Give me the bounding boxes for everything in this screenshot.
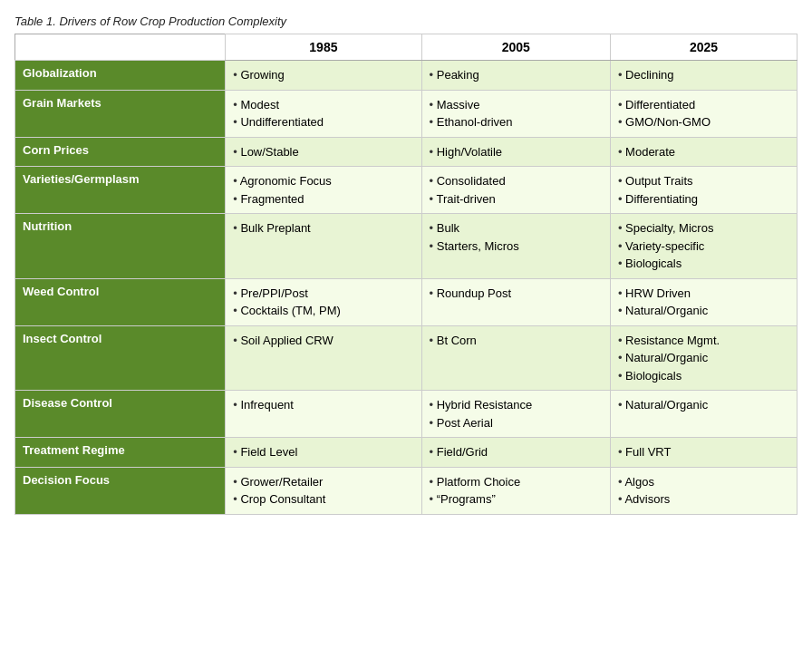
table-row: NutritionBulk PreplantBulkStarters, Micr…: [15, 214, 798, 279]
data-cell: Pre/PPI/PostCocktails (TM, PM): [226, 278, 421, 325]
list-item: Post Aerial: [430, 414, 603, 432]
list-item: Output Traits: [618, 172, 789, 190]
list-item: Ethanol-driven: [430, 113, 603, 131]
list-item: Biologicals: [618, 255, 789, 273]
data-cell: Field/Grid: [421, 438, 610, 468]
data-cell: ModestUndifferentiated: [226, 90, 421, 137]
list-item: Specialty, Micros: [618, 219, 789, 237]
list-item: Agronomic Focus: [233, 172, 413, 190]
row-header-globalization: Globalization: [15, 61, 226, 91]
table-row: GlobalizationGrowingPeakingDeclining: [15, 61, 798, 91]
list-item: Resistance Mgmt.: [618, 332, 789, 350]
list-item: Platform Choice: [430, 473, 603, 491]
data-cell: Bt Corn: [421, 325, 610, 391]
data-cell: Peaking: [421, 61, 610, 91]
list-item: High/Volatile: [430, 143, 603, 161]
list-item: Roundup Post: [430, 285, 603, 303]
col-header-2025: 2025: [610, 34, 797, 61]
list-item: Trait-driven: [430, 190, 603, 208]
list-item: Advisors: [618, 490, 789, 509]
data-cell: Roundup Post: [421, 278, 610, 325]
list-item: Consolidated: [430, 172, 603, 190]
col-header-1985: 1985: [226, 34, 421, 61]
row-header-grain-markets: Grain Markets: [15, 90, 226, 137]
data-cell: AlgosAdvisors: [610, 467, 797, 514]
data-cell: Platform Choice“Programs”: [421, 467, 610, 514]
list-item: Natural/Organic: [618, 396, 789, 414]
data-cell: Field Level: [226, 438, 421, 468]
row-header-weed-control: Weed Control: [15, 278, 226, 325]
list-item: Fragmented: [233, 190, 413, 208]
data-cell: Natural/Organic: [610, 391, 797, 438]
list-item: Full VRT: [618, 443, 789, 461]
list-item: Infrequent: [233, 396, 413, 414]
list-item: Differentiating: [618, 190, 789, 208]
data-cell: Hybrid ResistancePost Aerial: [421, 391, 610, 438]
list-item: Bt Corn: [430, 332, 603, 350]
data-cell: MassiveEthanol-driven: [421, 90, 610, 137]
data-cell: Infrequent: [226, 391, 421, 438]
table-row: Insect ControlSoil Applied CRWBt CornRes…: [15, 325, 798, 391]
data-cell: Bulk Preplant: [226, 214, 421, 279]
row-header-insect-control: Insect Control: [15, 325, 226, 391]
list-item: Natural/Organic: [618, 349, 789, 367]
list-item: Low/Stable: [233, 143, 413, 161]
list-item: Pre/PPI/Post: [233, 285, 413, 303]
list-item: Differentiated: [618, 96, 789, 114]
table-row: Treatment RegimeField LevelField/GridFul…: [15, 438, 798, 468]
table-title: Table 1. Drivers of Row Crop Production …: [14, 15, 798, 28]
data-cell: Grower/RetailerCrop Consultant: [226, 467, 421, 514]
row-header-disease-control: Disease Control: [15, 391, 226, 438]
list-item: “Programs”: [430, 490, 603, 509]
list-item: Growing: [233, 66, 413, 84]
data-cell: Soil Applied CRW: [226, 325, 421, 391]
list-item: Soil Applied CRW: [233, 332, 413, 350]
list-item: Starters, Micros: [430, 237, 603, 256]
data-cell: BulkStarters, Micros: [421, 214, 610, 279]
list-item: Field Level: [233, 443, 413, 461]
list-item: Grower/Retailer: [233, 473, 413, 491]
table-row: Disease ControlInfrequentHybrid Resistan…: [15, 391, 798, 438]
data-cell: Declining: [610, 61, 797, 91]
list-item: Bulk Preplant: [233, 219, 413, 237]
data-cell: Growing: [226, 61, 421, 91]
table-row: Corn PricesLow/StableHigh/VolatileModera…: [15, 137, 798, 167]
data-cell: Full VRT: [610, 438, 797, 468]
list-item: Crop Consultant: [233, 490, 413, 509]
table-row: Decision FocusGrower/RetailerCrop Consul…: [15, 467, 798, 514]
list-item: Modest: [233, 96, 413, 114]
row-header-corn-prices: Corn Prices: [15, 137, 226, 167]
list-item: Declining: [618, 66, 789, 84]
list-item: Algos: [618, 473, 789, 491]
data-cell: Moderate: [610, 137, 797, 167]
table-row: Weed ControlPre/PPI/PostCocktails (TM, P…: [15, 278, 798, 325]
data-cell: Specialty, MicrosVariety-specificBiologi…: [610, 214, 797, 279]
row-header-nutrition: Nutrition: [15, 214, 226, 279]
list-item: Peaking: [430, 66, 603, 84]
row-header-treatment-regime: Treatment Regime: [15, 438, 226, 468]
data-cell: Low/Stable: [226, 137, 421, 167]
list-item: HRW Driven: [618, 285, 789, 303]
list-item: Variety-specific: [618, 237, 789, 256]
list-item: Cocktails (TM, PM): [233, 302, 413, 320]
data-cell: HRW DrivenNatural/Organic: [610, 278, 797, 325]
list-item: Bulk: [430, 219, 603, 237]
table-row: Varieties/GermplasmAgronomic FocusFragme…: [15, 167, 798, 214]
data-cell: Agronomic FocusFragmented: [226, 167, 421, 214]
list-item: Massive: [430, 96, 603, 114]
list-item: GMO/Non-GMO: [618, 113, 789, 131]
col-header-empty: [15, 34, 226, 61]
data-cell: DifferentiatedGMO/Non-GMO: [610, 90, 797, 137]
col-header-2005: 2005: [421, 34, 610, 61]
list-item: Hybrid Resistance: [430, 396, 603, 414]
data-cell: ConsolidatedTrait-driven: [421, 167, 610, 214]
table-row: Grain MarketsModestUndifferentiatedMassi…: [15, 90, 798, 137]
data-cell: High/Volatile: [421, 137, 610, 167]
row-header-varieties-germplasm: Varieties/Germplasm: [15, 167, 226, 214]
row-header-decision-focus: Decision Focus: [15, 467, 226, 514]
production-complexity-table: 1985 2005 2025 GlobalizationGrowingPeaki…: [14, 34, 798, 515]
list-item: Biologicals: [618, 367, 789, 385]
list-item: Moderate: [618, 143, 789, 161]
list-item: Field/Grid: [430, 443, 603, 461]
data-cell: Output TraitsDifferentiating: [610, 167, 797, 214]
